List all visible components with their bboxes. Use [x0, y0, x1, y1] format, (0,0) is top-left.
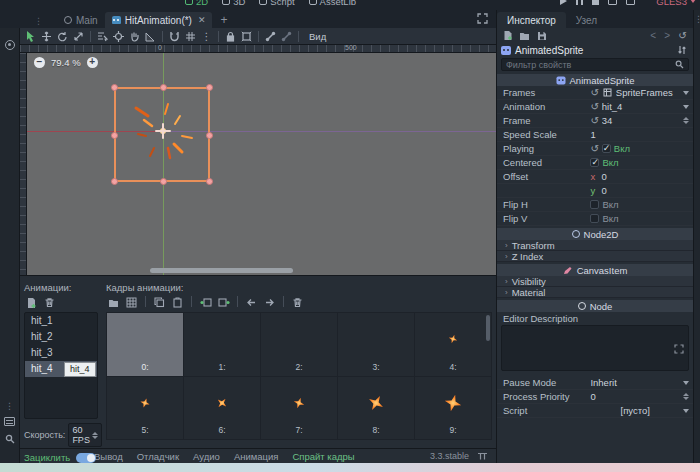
delete-frame-icon[interactable]: [290, 296, 305, 309]
section-canvasitem[interactable]: CanvasItem: [497, 264, 693, 276]
revert-icon[interactable]: ↺: [590, 88, 598, 98]
delete-animation-icon[interactable]: [42, 296, 57, 309]
pan-tool-icon[interactable]: [127, 30, 142, 43]
pause-icon[interactable]: [576, 0, 583, 5]
flip-h-checkbox[interactable]: [590, 200, 599, 209]
workspace-3d-button[interactable]: 3D: [222, 0, 245, 7]
close-icon[interactable]: ✕: [198, 15, 206, 25]
flip-v-checkbox[interactable]: [590, 214, 599, 223]
group-z-index[interactable]: ›Z Index: [497, 251, 693, 262]
frames-value[interactable]: SpriteFrames: [616, 87, 680, 98]
offset-y-value[interactable]: 0: [601, 185, 689, 196]
revert-icon[interactable]: ↺: [590, 144, 598, 154]
chevron-down-icon[interactable]: [683, 409, 689, 413]
section-animatedsprite[interactable]: AnimatedSprite: [497, 74, 693, 86]
ruler-tool-icon[interactable]: [143, 30, 158, 43]
frame-cell[interactable]: 3:: [338, 313, 414, 376]
dock-drag-handle[interactable]: ⋮: [0, 16, 57, 28]
editor-description-field[interactable]: [501, 325, 689, 371]
skeleton-icon[interactable]: [263, 30, 278, 43]
animation-value[interactable]: hit_4: [602, 101, 680, 112]
offset-x-value[interactable]: 0: [601, 171, 689, 182]
frame-cell[interactable]: 5:: [107, 377, 183, 440]
chevron-down-icon[interactable]: [683, 381, 689, 385]
grid-snap-icon[interactable]: [183, 30, 198, 43]
bottom-tab-audio[interactable]: Аудио: [193, 451, 220, 462]
zoom-in-icon[interactable]: +: [87, 57, 98, 68]
chevron-down-icon[interactable]: [683, 105, 689, 109]
move-frame-left-icon[interactable]: [244, 296, 259, 309]
save-resource-icon[interactable]: [534, 29, 549, 42]
selection-handle[interactable]: [111, 178, 118, 185]
frame-cell[interactable]: 8:: [338, 377, 414, 440]
snap-options-icon[interactable]: ⋮: [199, 30, 214, 43]
load-resource-icon[interactable]: [517, 29, 532, 42]
tab-main-scene[interactable]: Main: [57, 12, 105, 28]
move-frame-right-icon[interactable]: [262, 296, 277, 309]
object-history-icon[interactable]: ↺: [675, 29, 690, 42]
filter-properties-input[interactable]: [506, 60, 674, 70]
selection-handle[interactable]: [111, 132, 118, 139]
pause-mode-value[interactable]: Inherit: [590, 377, 680, 388]
filesystem-dock-icon[interactable]: [4, 417, 15, 426]
speed-scale-value[interactable]: 1: [590, 129, 689, 140]
move-tool-icon[interactable]: [39, 30, 54, 43]
section-node[interactable]: Node: [497, 300, 693, 312]
group-transform[interactable]: ›Transform: [497, 240, 693, 251]
focus-target-icon[interactable]: [5, 40, 15, 50]
renderer-dropdown[interactable]: GLES3: [656, 0, 696, 7]
bottom-tab-spriteframes[interactable]: Спрайт кадры: [292, 451, 354, 462]
animation-item[interactable]: hit_3: [25, 345, 97, 361]
speed-spinner[interactable]: 60 FPS: [68, 423, 102, 447]
frame-cell[interactable]: 9:: [415, 377, 491, 440]
frames-scrollbar[interactable]: [486, 315, 490, 341]
list-select-tool-icon[interactable]: [95, 30, 110, 43]
scale-tool-icon[interactable]: [71, 30, 86, 43]
frame-cell[interactable]: 4:: [415, 313, 491, 376]
revert-icon[interactable]: ↺: [590, 116, 598, 126]
paste-frame-icon[interactable]: [170, 296, 185, 309]
select-tool-icon[interactable]: [23, 30, 38, 43]
selection-handle[interactable]: [160, 178, 167, 185]
animation-item[interactable]: hit_1: [25, 313, 97, 329]
frame-cell[interactable]: 7:: [261, 377, 337, 440]
history-back-icon[interactable]: <: [647, 30, 659, 41]
inspector-tools-icon[interactable]: [674, 44, 689, 57]
add-scene-tab-button[interactable]: +: [212, 13, 235, 28]
revert-icon[interactable]: ↺: [590, 102, 598, 112]
centered-checkbox[interactable]: [590, 158, 599, 167]
search-icon[interactable]: [2, 432, 17, 445]
lock-object-icon[interactable]: [223, 30, 238, 43]
play-icon[interactable]: [560, 0, 567, 5]
playing-checkbox[interactable]: [602, 144, 611, 153]
add-frames-from-sheet-icon[interactable]: [124, 296, 139, 309]
frame-cell[interactable]: 1:: [184, 313, 260, 376]
dock-handle-icon[interactable]: ⋮: [5, 401, 14, 411]
zoom-out-icon[interactable]: −: [34, 57, 45, 68]
frame-cell[interactable]: 6:: [184, 377, 260, 440]
animation-item[interactable]: hit_2: [25, 329, 97, 345]
spinner-arrows-icon[interactable]: [92, 432, 98, 439]
insert-after-icon[interactable]: [216, 296, 231, 309]
tab-node[interactable]: Узел: [566, 12, 607, 28]
bottom-tab-debugger[interactable]: Отладчик: [137, 451, 179, 462]
insert-before-icon[interactable]: [198, 296, 213, 309]
frame-cell[interactable]: 2:: [261, 313, 337, 376]
group-material[interactable]: ›Material: [497, 287, 693, 298]
dock-handle-icon[interactable]: ⋮: [694, 14, 700, 24]
chevron-down-icon[interactable]: [683, 91, 689, 95]
selection-handle[interactable]: [111, 84, 118, 91]
skeleton-options-icon[interactable]: [279, 30, 294, 43]
selection-handle[interactable]: [206, 178, 213, 185]
group-object-icon[interactable]: [239, 30, 254, 43]
load-frame-icon[interactable]: [106, 296, 121, 309]
script-value[interactable]: [пусто]: [590, 405, 680, 416]
loop-toggle[interactable]: [76, 453, 96, 463]
workspace-script-button[interactable]: Script: [259, 0, 294, 7]
stop-icon[interactable]: [592, 0, 599, 5]
viewport-h-scrollbar[interactable]: [150, 268, 293, 273]
play-scene-icon[interactable]: [608, 0, 617, 5]
process-priority-value[interactable]: 0: [590, 391, 680, 402]
view-menu-button[interactable]: Вид: [303, 31, 332, 42]
expand-text-icon[interactable]: [671, 342, 686, 355]
